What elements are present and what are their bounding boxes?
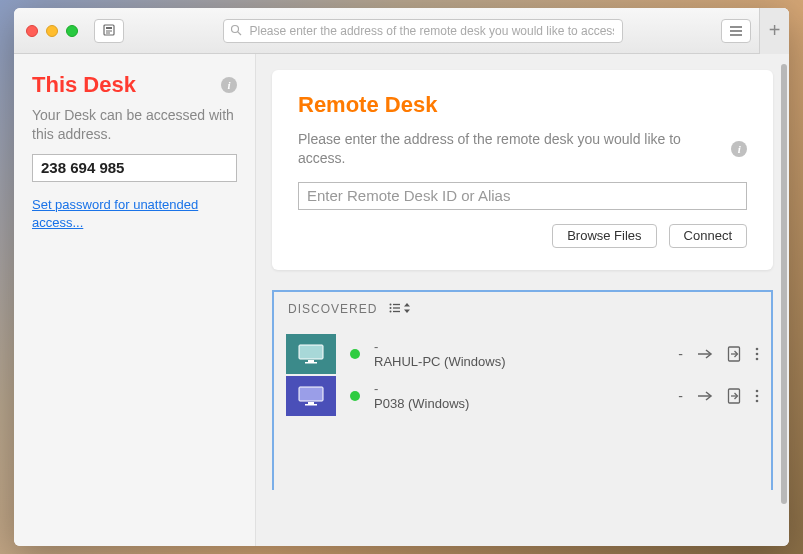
minimize-window-button[interactable] <box>46 25 58 37</box>
svg-rect-24 <box>299 387 323 401</box>
svg-point-13 <box>390 311 392 313</box>
desk-info: - P038 (Windows) <box>374 381 664 411</box>
svg-rect-1 <box>106 27 112 29</box>
svg-rect-25 <box>308 402 314 404</box>
svg-rect-16 <box>308 360 314 362</box>
discovered-panel: DISCOVERED <box>272 290 773 490</box>
desk-name: P038 (Windows) <box>374 396 664 411</box>
view-toggle-button[interactable] <box>389 302 411 317</box>
file-transfer-button[interactable] <box>727 388 741 404</box>
desk-alias: - <box>374 339 664 354</box>
svg-point-31 <box>756 394 759 397</box>
titlebar: + <box>14 8 789 54</box>
info-icon[interactable]: i <box>731 141 747 157</box>
svg-point-9 <box>390 304 392 306</box>
main-content: Remote Desk Please enter the address of … <box>256 54 789 546</box>
row-actions: - <box>678 388 759 404</box>
fullscreen-window-button[interactable] <box>66 25 78 37</box>
monitor-icon <box>297 385 325 407</box>
desk-id-field[interactable] <box>32 154 237 182</box>
svg-line-5 <box>237 31 240 34</box>
address-book-icon <box>103 22 115 40</box>
desk-alias: - <box>374 381 664 396</box>
status-online-icon <box>350 391 360 401</box>
svg-point-21 <box>756 347 759 350</box>
address-search-wrap <box>223 19 623 43</box>
toolbar-right <box>721 19 751 43</box>
more-options-button[interactable] <box>755 347 759 361</box>
svg-rect-3 <box>106 32 110 33</box>
set-password-link[interactable]: Set password for unattended access... <box>32 196 237 232</box>
scrollbar[interactable] <box>781 64 787 504</box>
svg-point-30 <box>756 389 759 392</box>
remote-desk-desc: Please enter the address of the remote d… <box>298 130 721 168</box>
svg-point-32 <box>756 399 759 402</box>
remote-desk-card: Remote Desk Please enter the address of … <box>272 70 773 270</box>
remote-actions: Browse Files Connect <box>298 224 747 248</box>
desk-thumbnail <box>286 334 336 374</box>
remote-desc-row: Please enter the address of the remote d… <box>298 130 747 168</box>
this-desk-title: This Desk <box>32 72 136 98</box>
window-controls <box>26 25 78 37</box>
svg-point-4 <box>231 25 238 32</box>
desk-name: RAHUL-PC (Windows) <box>374 354 664 369</box>
new-tab-button[interactable]: + <box>759 8 789 54</box>
sidebar: This Desk i Your Desk can be accessed wi… <box>14 54 256 546</box>
desk-thumbnail <box>286 376 336 416</box>
svg-rect-17 <box>305 362 317 364</box>
svg-rect-2 <box>106 30 112 31</box>
desk-info: - RAHUL-PC (Windows) <box>374 339 664 369</box>
remote-desk-title: Remote Desk <box>298 92 747 118</box>
svg-point-11 <box>390 307 392 309</box>
last-connected: - <box>678 346 683 362</box>
sort-icon <box>403 302 411 317</box>
body: This Desk i Your Desk can be accessed wi… <box>14 54 789 546</box>
discovered-label: DISCOVERED <box>288 302 377 316</box>
discovered-row[interactable]: - P038 (Windows) - <box>286 375 759 417</box>
svg-rect-15 <box>299 345 323 359</box>
discovered-list: - RAHUL-PC (Windows) - <box>274 327 771 423</box>
discovered-header: DISCOVERED <box>274 292 771 327</box>
more-options-button[interactable] <box>755 389 759 403</box>
status-online-icon <box>350 349 360 359</box>
discovered-row[interactable]: - RAHUL-PC (Windows) - <box>286 333 759 375</box>
svg-point-23 <box>756 357 759 360</box>
connect-button[interactable]: Connect <box>669 224 747 248</box>
svg-rect-26 <box>305 404 317 406</box>
address-book-button[interactable] <box>94 19 124 43</box>
plus-icon: + <box>769 19 781 42</box>
sidebar-header: This Desk i <box>32 72 237 98</box>
last-connected: - <box>678 388 683 404</box>
list-icon <box>389 302 401 316</box>
file-transfer-button[interactable] <box>727 346 741 362</box>
hamburger-icon <box>729 22 743 40</box>
monitor-icon <box>297 343 325 365</box>
info-icon[interactable]: i <box>221 77 237 93</box>
svg-point-22 <box>756 352 759 355</box>
remote-id-input[interactable] <box>298 182 747 210</box>
address-search-input[interactable] <box>223 19 623 43</box>
search-icon <box>230 22 242 40</box>
close-window-button[interactable] <box>26 25 38 37</box>
this-desk-desc: Your Desk can be accessed with this addr… <box>32 106 237 144</box>
connect-arrow-button[interactable] <box>697 390 713 402</box>
row-actions: - <box>678 346 759 362</box>
app-window: + This Desk i Your Desk can be accessed … <box>14 8 789 546</box>
connect-arrow-button[interactable] <box>697 348 713 360</box>
browse-files-button[interactable]: Browse Files <box>552 224 656 248</box>
menu-button[interactable] <box>721 19 751 43</box>
